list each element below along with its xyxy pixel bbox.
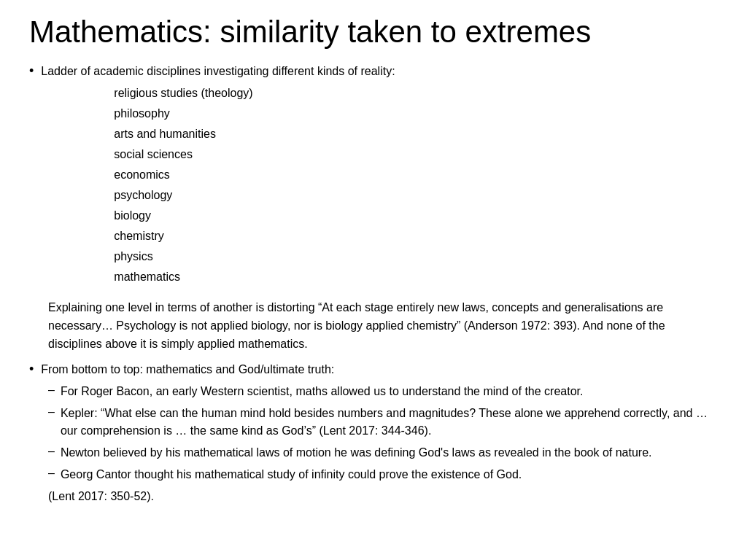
ladder-item: biology [114, 206, 395, 226]
sub-item-text: Kepler: “What else can the human mind ho… [61, 405, 718, 440]
bullet-2-text: From bottom to top: mathematics and God/… [41, 361, 334, 378]
ladder-item: economics [114, 165, 395, 185]
bullet-dot-1: • [29, 63, 34, 79]
sub-dash: – [48, 405, 55, 419]
sub-bullet-item: –For Roger Bacon, an early Western scien… [48, 383, 718, 400]
sub-bullet-item: –Georg Cantor thought his mathematical s… [48, 466, 718, 483]
ladder-item: religious studies (theology) [114, 83, 395, 104]
explanation-block: Explaining one level in terms of another… [48, 299, 718, 353]
sub-dash: – [48, 445, 55, 458]
ladder-item: chemistry [114, 226, 395, 246]
bullet-dot-2: • [29, 362, 34, 377]
sub-bullet-item: –Newton believed by his mathematical law… [48, 444, 718, 462]
sub-item-text: Newton believed by his mathematical laws… [61, 444, 652, 462]
bullet-1: • Ladder of academic disciplines investi… [29, 63, 718, 292]
sub-item-text: For Roger Bacon, an early Western scient… [61, 383, 584, 400]
ladder-item: social sciences [114, 144, 395, 165]
ladder-item: mathematics [114, 267, 395, 287]
ladder-item: psychology [114, 185, 395, 206]
ladder-item: philosophy [114, 104, 395, 124]
sub-item-text: Georg Cantor thought his mathematical st… [61, 466, 522, 483]
final-note: (Lent 2017: 350-52). [48, 488, 718, 505]
ladder-item: physics [114, 246, 395, 267]
page-title: Mathematics: similarity taken to extreme… [29, 15, 718, 50]
ladder-item: arts and humanities [114, 124, 395, 144]
sub-dash: – [48, 467, 55, 480]
bullet-1-text: Ladder of academic disciplines investiga… [41, 65, 395, 77]
ladder-list: religious studies (theology)philosophyar… [114, 83, 395, 287]
bullet-2: • From bottom to top: mathematics and Go… [29, 361, 718, 378]
sub-dash: – [48, 384, 55, 397]
sub-bullet-item: –Kepler: “What else can the human mind h… [48, 405, 718, 440]
